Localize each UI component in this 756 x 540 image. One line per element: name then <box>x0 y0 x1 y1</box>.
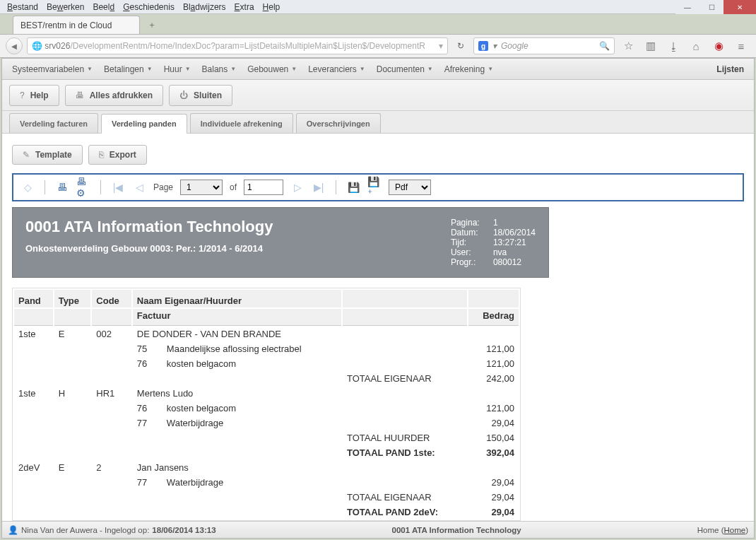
back-button[interactable]: ◄ <box>6 37 23 54</box>
browser-tab[interactable]: BEST/rentm in de Cloud <box>13 16 140 34</box>
window-controls: — ☐ ✕ <box>675 0 756 14</box>
url-bar[interactable]: 🌐 srv026 /DevelopmentRentm/Home/IndexDoc… <box>27 37 448 54</box>
reload-button[interactable]: ↻ <box>452 37 469 54</box>
browser-toolbar: ◄ 🌐 srv026 /DevelopmentRentm/Home/IndexD… <box>0 34 756 58</box>
bookmark-icon[interactable]: ☆ <box>619 37 637 54</box>
downloads-icon[interactable]: ⭳ <box>664 37 683 54</box>
google-icon: g <box>478 41 488 51</box>
window-minimize-button[interactable]: — <box>675 0 699 14</box>
url-path: /DevelopmentRentm/Home/IndexDoc?param=Li… <box>70 41 425 51</box>
url-host: srv026 <box>45 41 70 51</box>
search-placeholder: Google <box>501 41 528 51</box>
os-menu-bladwijzers[interactable]: Bladwijzers <box>179 1 230 13</box>
os-menu-bestand[interactable]: Bestand <box>3 1 42 13</box>
os-menu-help[interactable]: Help <box>259 1 285 13</box>
hamburger-icon[interactable]: ≡ <box>732 37 750 54</box>
os-menu-extra[interactable]: Extra <box>230 1 259 13</box>
os-menu-bewerken[interactable]: Bewerken <box>42 1 88 13</box>
pinterest-icon[interactable]: ◉ <box>709 37 728 54</box>
window-close-button[interactable]: ✕ <box>723 0 756 14</box>
os-menu-beeld[interactable]: Beeld <box>88 1 119 13</box>
library-icon[interactable]: ▥ <box>642 37 660 54</box>
home-icon[interactable]: ⌂ <box>687 37 705 54</box>
search-box[interactable]: g ▾ Google 🔍 <box>473 37 615 54</box>
search-icon[interactable]: 🔍 <box>599 41 610 51</box>
window-maximize-button[interactable]: ☐ <box>699 0 723 14</box>
browser-tab-strip: BEST/rentm in de Cloud ＋ <box>0 14 756 34</box>
browser-tab-title: BEST/rentm in de Cloud <box>20 20 112 30</box>
os-menu-geschiedenis[interactable]: Geschiedenis <box>119 1 179 13</box>
new-tab-button[interactable]: ＋ <box>144 17 160 33</box>
os-menubar: Bestand Bewerken Beeld Geschiedenis Blad… <box>0 0 756 14</box>
